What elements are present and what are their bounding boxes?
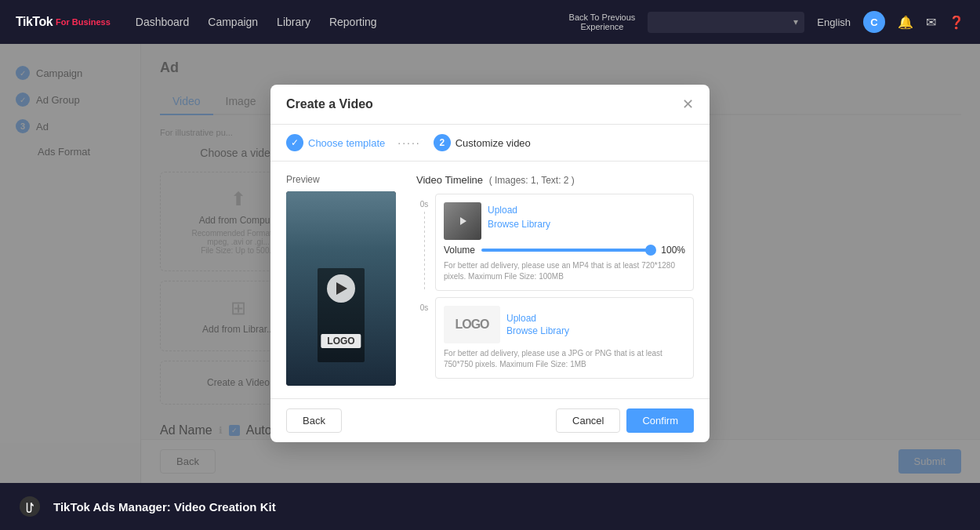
modal-header: Create a Video ✕ <box>270 85 710 125</box>
main-nav: Dashboard Campaign Library Reporting <box>136 16 377 28</box>
volume-slider[interactable] <box>481 249 655 252</box>
svg-point-0 <box>20 496 40 517</box>
bottom-bar: TikTok Ads Manager: Video Creation Kit <box>0 483 980 530</box>
play-button[interactable] <box>327 274 355 303</box>
step-2: 2 Customize video <box>434 134 531 151</box>
volume-thumb <box>645 245 656 256</box>
language-selector[interactable]: English <box>817 16 851 28</box>
avatar[interactable]: C <box>863 11 885 33</box>
navbar: TikTok For Business Dashboard Campaign L… <box>0 0 980 44</box>
nav-campaign[interactable]: Campaign <box>208 16 258 28</box>
video-card-actions: Upload Browse Library <box>488 202 550 231</box>
thumb-play-icon <box>460 217 466 225</box>
upload-link[interactable]: Upload <box>488 205 517 216</box>
play-icon <box>336 282 347 295</box>
create-video-modal: Create a Video ✕ ✓ Choose template ·····… <box>270 85 710 442</box>
timeline-label: Video Timeline <box>416 174 483 186</box>
modal-footer: Back Cancel Confirm <box>270 398 710 442</box>
timeline-time-col-2: 0s <box>416 297 432 379</box>
back-to-previous[interactable]: Back To PreviousExperience <box>569 13 636 31</box>
confirm-button[interactable]: Confirm <box>626 408 694 433</box>
help-icon[interactable]: ❓ <box>949 15 964 30</box>
logo-card: LOGO Upload Browse Library <box>444 306 685 343</box>
timeline-sub: ( Images: 1, Text: 2 ) <box>489 175 575 186</box>
logo-text: LOGO <box>455 318 488 332</box>
step-dots: ····· <box>397 136 420 149</box>
stepper: ✓ Choose template ····· 2 Customize vide… <box>270 125 710 162</box>
cancel-button[interactable]: Cancel <box>556 408 620 433</box>
nav-reporting[interactable]: Reporting <box>329 16 377 28</box>
preview-label: Preview <box>286 174 404 185</box>
timeline-time-2: 0s <box>420 303 429 312</box>
modal-overlay: Create a Video ✕ ✓ Choose template ·····… <box>141 44 980 483</box>
tiktok-icon-bottom <box>19 496 41 517</box>
video-thumbnail <box>444 202 481 240</box>
tiktok-wordmark: TikTok <box>16 15 53 29</box>
notification-icon[interactable]: 🔔 <box>898 15 913 30</box>
volume-label: Volume <box>444 245 475 256</box>
nav-library[interactable]: Library <box>277 16 310 28</box>
for-business-label: For Business <box>56 17 111 27</box>
back-button[interactable]: Back <box>286 408 342 433</box>
modal-title: Create a Video <box>286 97 373 111</box>
video-preview: LOGO <box>286 191 396 386</box>
mail-icon[interactable]: ✉ <box>926 15 936 30</box>
browse-library-link[interactable]: Browse Library <box>488 219 550 230</box>
timeline-header: Video Timeline ( Images: 1, Text: 2 ) <box>416 174 694 186</box>
step-1-circle: ✓ <box>286 134 303 151</box>
video-hint-text: For better ad delivery, please use an MP… <box>444 260 685 282</box>
video-card-top: Upload Browse Library <box>444 202 685 240</box>
search-wrapper <box>648 12 804 33</box>
timeline-card-video: Upload Browse Library Volume 100 <box>435 194 694 291</box>
logo-upload-link[interactable]: Upload <box>506 313 569 324</box>
step-1-label: Choose template <box>308 137 385 149</box>
logo-browse-link[interactable]: Browse Library <box>506 325 569 336</box>
timeline-card-logo: LOGO Upload Browse Library For better ad… <box>435 297 694 379</box>
step-1: ✓ Choose template <box>286 134 385 151</box>
timeline-item-2: 0s LOGO Upload Browse Library <box>416 297 694 379</box>
nav-dashboard[interactable]: Dashboard <box>136 16 190 28</box>
modal-body: Preview LOGO <box>270 162 710 398</box>
logo-actions: Upload Browse Library <box>506 313 569 336</box>
volume-row: Volume 100% <box>444 245 685 256</box>
page-layout: ✓ Campaign ✓ Ad Group 3 Ad Ads Format Ad… <box>0 44 980 483</box>
volume-pct: 100% <box>661 245 685 256</box>
step-2-circle: 2 <box>434 134 451 151</box>
brand-logo: TikTok For Business <box>16 15 111 29</box>
logo-hint-text: For better ad delivery, please use a JPG… <box>444 348 685 370</box>
step-2-label: Customize video <box>456 137 531 149</box>
timeline-time-col-1: 0s <box>416 194 432 291</box>
logo-overlay: LOGO <box>321 334 361 348</box>
bottom-bar-title: TikTok Ads Manager: Video Creation Kit <box>53 500 276 514</box>
close-icon[interactable]: ✕ <box>682 97 694 111</box>
logo-box: LOGO <box>444 306 500 343</box>
timeline-section: Video Timeline ( Images: 1, Text: 2 ) 0s <box>416 174 694 386</box>
search-input[interactable] <box>648 12 804 33</box>
timeline-item-1: 0s Upload <box>416 194 694 291</box>
footer-right-buttons: Cancel Confirm <box>556 408 694 433</box>
preview-section: Preview LOGO <box>286 174 404 386</box>
navbar-right: Back To PreviousExperience English C 🔔 ✉… <box>569 11 964 33</box>
timeline-time-1: 0s <box>420 200 429 209</box>
main-content: Ad Video Image For illustrative pu... Ch… <box>141 44 980 483</box>
